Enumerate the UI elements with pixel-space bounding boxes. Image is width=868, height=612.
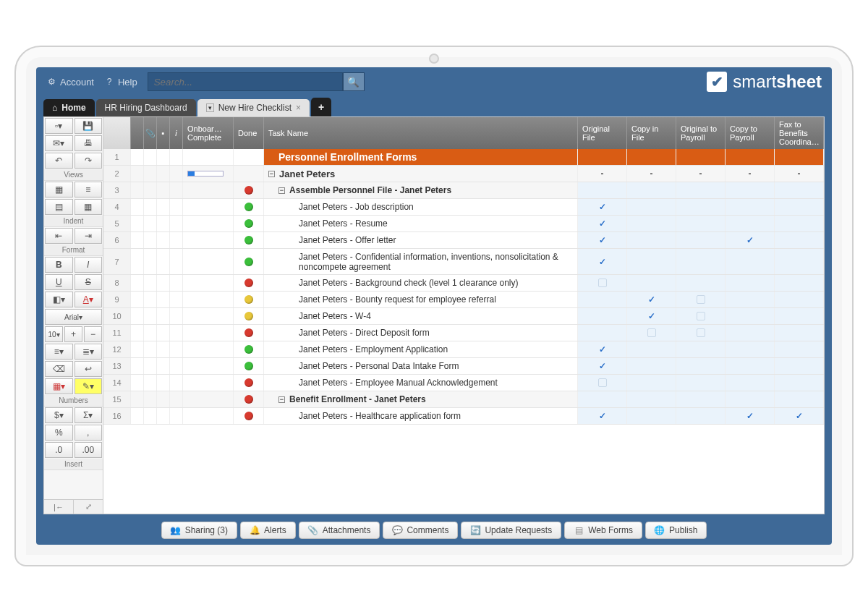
- task-cell[interactable]: Janet Peters - Employment Application: [264, 341, 578, 357]
- tab-home[interactable]: ⌂ Home: [43, 99, 95, 116]
- task-cell[interactable]: Janet Peters - Employee Manual Acknowled…: [264, 375, 578, 391]
- check-cell[interactable]: [627, 232, 676, 248]
- view-gantt[interactable]: ≡: [75, 182, 103, 197]
- done-cell[interactable]: [234, 199, 264, 215]
- tb-print[interactable]: 🖶: [75, 135, 103, 151]
- check-cell[interactable]: -: [578, 166, 627, 182]
- text-color[interactable]: A▾: [75, 292, 103, 307]
- check-cell[interactable]: [578, 149, 627, 165]
- check-cell[interactable]: -: [775, 166, 824, 182]
- check-cell[interactable]: [676, 275, 726, 291]
- done-cell[interactable]: [234, 308, 264, 324]
- table-row[interactable]: 12Janet Peters - Employment Application: [103, 341, 824, 358]
- done-cell[interactable]: [234, 325, 264, 341]
- task-cell[interactable]: Janet Peters - Personal Data Intake Form: [264, 358, 578, 374]
- check-cell[interactable]: [578, 341, 627, 357]
- check-cell[interactable]: [627, 375, 676, 391]
- collapse-toggle[interactable]: −: [268, 171, 275, 177]
- col-copy-file[interactable]: Copy in File: [627, 117, 676, 149]
- check-cell[interactable]: -: [676, 166, 726, 182]
- check-cell[interactable]: [775, 358, 824, 374]
- table-row[interactable]: 13Janet Peters - Personal Data Intake Fo…: [103, 358, 824, 375]
- check-cell[interactable]: [726, 249, 775, 274]
- complete-cell[interactable]: [183, 325, 234, 341]
- col-expand[interactable]: [131, 117, 144, 149]
- view-card[interactable]: ▤: [45, 199, 73, 215]
- check-cell[interactable]: [775, 408, 824, 424]
- check-cell[interactable]: [676, 308, 726, 324]
- table-row[interactable]: 16Janet Peters - Healthcare application …: [103, 408, 824, 425]
- highlight[interactable]: ✎▾: [75, 378, 103, 394]
- check-cell[interactable]: [578, 408, 627, 424]
- task-cell[interactable]: Janet Peters - W-4: [264, 308, 578, 324]
- table-row[interactable]: 14Janet Peters - Employee Manual Acknowl…: [103, 375, 824, 391]
- check-cell[interactable]: [726, 325, 775, 341]
- check-cell[interactable]: [775, 182, 824, 198]
- wrap-text[interactable]: ↩: [75, 361, 103, 377]
- tab-add[interactable]: +: [311, 98, 331, 116]
- table-row[interactable]: 2−Janet Peters-----: [103, 166, 824, 182]
- clear-format[interactable]: ⌫: [45, 361, 73, 377]
- alerts-button[interactable]: 🔔Alerts: [240, 522, 296, 539]
- check-cell[interactable]: [726, 275, 775, 291]
- task-cell[interactable]: Janet Peters - Job description: [264, 199, 578, 215]
- col-done[interactable]: Done: [234, 117, 264, 149]
- tb-mail[interactable]: ✉▾: [45, 135, 73, 151]
- check-cell[interactable]: [775, 325, 824, 341]
- check-cell[interactable]: [726, 149, 775, 165]
- check-cell[interactable]: [578, 308, 627, 324]
- done-cell[interactable]: [234, 375, 264, 391]
- check-cell[interactable]: [578, 292, 627, 307]
- align-v[interactable]: ≣▾: [75, 344, 103, 360]
- task-cell[interactable]: Janet Peters - Bounty request for employ…: [264, 292, 578, 307]
- check-cell[interactable]: [627, 358, 676, 374]
- fullscreen[interactable]: ⤢: [74, 500, 103, 514]
- attachments-button[interactable]: 📎Attachments: [299, 522, 380, 539]
- col-attach-icon[interactable]: 📎: [144, 117, 157, 149]
- check-cell[interactable]: [676, 292, 726, 307]
- row-number[interactable]: 14: [103, 375, 131, 391]
- check-cell[interactable]: [676, 182, 726, 198]
- check-cell[interactable]: -: [726, 166, 775, 182]
- check-cell[interactable]: [676, 149, 726, 165]
- fill-color[interactable]: ◧▾: [45, 292, 73, 307]
- row-number[interactable]: 15: [103, 391, 131, 407]
- close-icon[interactable]: ×: [296, 103, 301, 113]
- check-cell[interactable]: [627, 149, 676, 165]
- underline-button[interactable]: U: [45, 274, 73, 290]
- check-cell[interactable]: [578, 375, 627, 391]
- thousands[interactable]: ,: [75, 425, 103, 441]
- row-number[interactable]: 2: [103, 166, 131, 182]
- sum[interactable]: Σ▾: [75, 407, 103, 423]
- tb-save[interactable]: 💾: [75, 118, 103, 134]
- check-cell[interactable]: [578, 232, 627, 248]
- check-cell[interactable]: [726, 292, 775, 307]
- done-cell[interactable]: [234, 216, 264, 231]
- search-input[interactable]: [148, 72, 343, 91]
- goto-start[interactable]: |←: [44, 500, 74, 514]
- collapse-toggle[interactable]: −: [278, 396, 285, 403]
- task-cell[interactable]: Janet Peters - Resume: [264, 216, 578, 231]
- table-row[interactable]: 9Janet Peters - Bounty request for emplo…: [103, 292, 824, 308]
- done-cell[interactable]: [234, 249, 264, 274]
- done-cell[interactable]: [234, 292, 264, 307]
- complete-cell[interactable]: [183, 149, 234, 165]
- check-cell[interactable]: [627, 182, 676, 198]
- account-link[interactable]: ⚙ Account: [46, 77, 94, 88]
- check-cell[interactable]: [578, 249, 627, 274]
- row-number[interactable]: 6: [103, 232, 131, 248]
- col-comment-icon[interactable]: ▪: [157, 117, 170, 149]
- check-cell[interactable]: -: [627, 166, 676, 182]
- view-grid[interactable]: ▦: [45, 182, 73, 197]
- done-cell[interactable]: [234, 182, 264, 198]
- check-cell[interactable]: [578, 391, 627, 407]
- complete-cell[interactable]: [183, 391, 234, 407]
- check-cell[interactable]: [775, 375, 824, 391]
- col-original-file[interactable]: Original File: [578, 117, 627, 149]
- check-cell[interactable]: [775, 199, 824, 215]
- task-cell[interactable]: Janet Peters - Healthcare application fo…: [264, 408, 578, 424]
- check-cell[interactable]: [578, 325, 627, 341]
- check-cell[interactable]: [726, 182, 775, 198]
- row-number[interactable]: 11: [103, 325, 131, 341]
- check-cell[interactable]: [775, 216, 824, 231]
